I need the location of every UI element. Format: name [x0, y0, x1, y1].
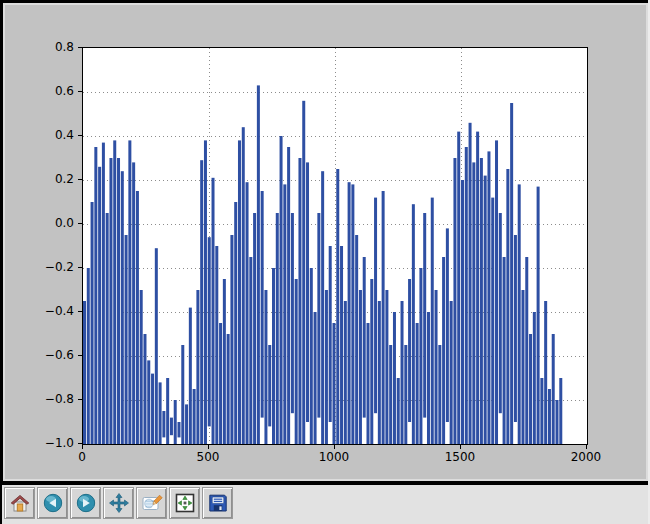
waveform-bar — [283, 184, 286, 444]
waveform-bar — [480, 158, 483, 444]
waveform-bar — [412, 204, 415, 444]
waveform-bar — [230, 235, 233, 444]
figure-canvas[interactable]: 0.80.60.40.20.0−0.2−0.4−0.6−0.8−1.005001… — [5, 5, 646, 479]
waveform-bar — [442, 257, 445, 444]
x-tick-mark — [82, 445, 83, 449]
waveform-bar — [385, 290, 388, 444]
waveform-bar — [393, 312, 396, 444]
waveform-bar — [189, 308, 192, 444]
waveform-bar — [212, 178, 215, 444]
waveform-bar — [185, 404, 188, 444]
plot-axes[interactable] — [82, 47, 588, 445]
waveform-bar — [408, 279, 411, 422]
waveform-bar — [363, 257, 366, 418]
waveform-bar — [106, 213, 109, 444]
waveform-bar — [249, 257, 252, 444]
waveform-bar — [404, 345, 407, 444]
waveform-bar — [453, 158, 456, 444]
waveform-bar — [427, 312, 430, 444]
waveform-bar — [272, 268, 275, 444]
waveform-bar — [419, 268, 422, 444]
waveform-bar — [438, 345, 441, 444]
y-tick-mark — [78, 399, 82, 400]
waveform-plot — [83, 48, 587, 444]
waveform-bar — [435, 290, 438, 444]
waveform-bar — [287, 147, 290, 444]
waveform-bar — [151, 374, 154, 444]
waveform-bar — [416, 323, 419, 444]
waveform-bar — [344, 301, 347, 444]
waveform-bar — [559, 378, 562, 444]
configure-subplots-button[interactable] — [169, 487, 200, 519]
y-tick-mark — [78, 47, 82, 48]
waveform-bar — [98, 167, 101, 444]
waveform-bar — [348, 182, 351, 444]
waveform-bar — [200, 160, 203, 444]
waveform-bar — [196, 290, 199, 444]
waveform-bar — [298, 158, 301, 444]
waveform-bar — [125, 235, 128, 444]
y-tick-label: −0.8 — [5, 392, 74, 406]
waveform-bar — [143, 334, 146, 444]
waveform-bar — [510, 103, 513, 444]
waveform-bar — [159, 382, 162, 444]
waveform-bar — [155, 248, 158, 444]
waveform-bar — [450, 301, 453, 444]
waveform-bar — [525, 257, 528, 444]
forward-icon — [75, 492, 97, 514]
waveform-bar — [162, 411, 165, 437]
waveform-bar — [132, 162, 135, 444]
waveform-bar — [431, 198, 434, 444]
waveform-bar — [174, 400, 177, 444]
save-button[interactable] — [202, 487, 233, 519]
pan-icon — [108, 492, 130, 514]
y-tick-label: −0.4 — [5, 304, 74, 318]
waveform-bar — [521, 290, 524, 444]
waveform-bar — [367, 323, 370, 444]
y-tick-mark — [78, 91, 82, 92]
toolbar — [2, 485, 650, 524]
y-tick-label: 0.2 — [5, 172, 74, 186]
waveform-bar — [83, 301, 86, 444]
x-tick-label: 500 — [178, 450, 238, 464]
waveform-bar — [208, 237, 211, 426]
forward-button[interactable] — [70, 487, 101, 519]
waveform-bar — [227, 334, 230, 444]
waveform-bar — [495, 140, 498, 444]
waveform-bar — [401, 301, 404, 444]
home-button[interactable] — [4, 487, 35, 519]
waveform-bar — [491, 198, 494, 444]
waveform-bar — [340, 246, 343, 444]
pan-button[interactable] — [103, 487, 134, 519]
back-button[interactable] — [37, 487, 68, 519]
waveform-bar — [325, 290, 328, 444]
waveform-bar — [204, 140, 207, 444]
waveform-bar — [446, 228, 449, 422]
y-tick-label: −1.0 — [5, 436, 74, 450]
waveform-bar — [242, 127, 245, 444]
waveform-bar — [314, 312, 317, 444]
waveform-bar — [302, 101, 305, 444]
waveform-bar — [506, 169, 509, 444]
y-tick-label: 0.6 — [5, 84, 74, 98]
x-tick-label: 0 — [52, 450, 112, 464]
waveform-bar — [102, 143, 105, 444]
y-tick-mark — [78, 311, 82, 312]
waveform-bar — [382, 191, 385, 444]
waveform-bar — [465, 147, 468, 444]
waveform-bar — [170, 418, 173, 436]
waveform-bar — [113, 140, 116, 444]
waveform-bar — [487, 151, 490, 444]
waveform-bar — [181, 345, 184, 444]
zoom-rect-button[interactable] — [136, 487, 167, 519]
waveform-bar — [529, 334, 532, 444]
waveform-bar — [552, 334, 555, 444]
waveform-bar — [469, 123, 472, 444]
waveform-bar — [556, 400, 559, 444]
waveform-bar — [166, 378, 169, 444]
waveform-bar — [193, 389, 196, 444]
waveform-bar — [238, 140, 241, 444]
waveform-bar — [264, 290, 267, 444]
waveform-bar — [332, 323, 335, 444]
y-tick-label: 0.0 — [5, 216, 74, 230]
